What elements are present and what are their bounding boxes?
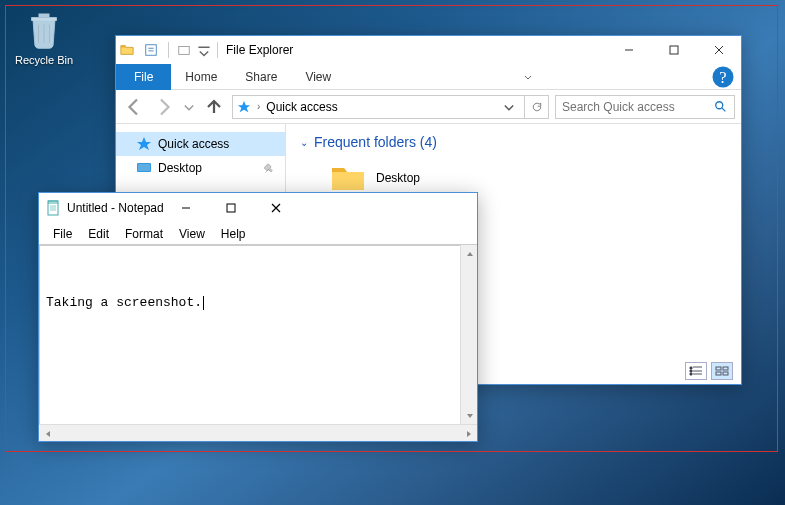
nav-item-quick-access[interactable]: Quick access — [116, 132, 285, 156]
svg-point-5 — [716, 101, 723, 108]
scroll-up-button[interactable] — [461, 245, 478, 262]
close-button[interactable] — [254, 194, 299, 222]
folder-icon — [116, 39, 138, 61]
scroll-down-button[interactable] — [461, 407, 478, 424]
close-button[interactable] — [696, 36, 741, 64]
folder-item-desktop[interactable]: Desktop — [300, 160, 727, 196]
search-icon[interactable] — [714, 100, 728, 114]
nav-item-desktop[interactable]: Desktop — [116, 156, 285, 180]
explorer-titlebar[interactable]: File Explorer — [116, 36, 741, 64]
horizontal-scrollbar[interactable] — [39, 424, 477, 441]
recycle-bin-icon — [22, 8, 66, 52]
recent-locations-button[interactable] — [182, 95, 196, 119]
pin-icon[interactable] — [264, 163, 275, 174]
menu-format[interactable]: Format — [117, 227, 171, 241]
desktop-icon — [136, 160, 152, 176]
section-title: Frequent folders (4) — [314, 134, 437, 150]
scroll-left-button[interactable] — [39, 425, 56, 442]
editor-content: Taking a screenshot. — [46, 295, 202, 310]
folder-label: Desktop — [376, 171, 420, 185]
help-button[interactable]: ? — [711, 65, 735, 89]
notepad-titlebar[interactable]: Untitled - Notepad — [39, 193, 477, 223]
view-toggle — [685, 362, 733, 380]
quick-access-icon — [136, 136, 152, 152]
ribbon-expand-icon[interactable] — [519, 72, 537, 82]
breadcrumb-chevron-icon[interactable]: › — [255, 101, 262, 112]
vertical-scrollbar[interactable] — [460, 245, 477, 424]
ribbon-tabs: File Home Share View ? — [116, 64, 741, 90]
nav-item-label: Desktop — [158, 161, 202, 175]
section-header[interactable]: ⌄ Frequent folders (4) — [300, 134, 727, 150]
chevron-down-icon[interactable]: ⌄ — [300, 137, 308, 148]
address-bar[interactable]: › Quick access — [232, 95, 525, 119]
svg-rect-13 — [227, 204, 235, 212]
qat-separator — [168, 42, 169, 58]
notepad-icon — [45, 200, 61, 216]
breadcrumb-location[interactable]: Quick access — [262, 100, 341, 114]
svg-rect-7 — [138, 164, 150, 171]
svg-rect-10 — [716, 372, 721, 375]
qat-dropdown-icon[interactable] — [197, 39, 211, 61]
back-button[interactable] — [122, 95, 146, 119]
minimize-button[interactable] — [164, 194, 209, 222]
scroll-right-button[interactable] — [460, 425, 477, 442]
forward-button[interactable] — [152, 95, 176, 119]
maximize-button[interactable] — [651, 36, 696, 64]
maximize-button[interactable] — [209, 194, 254, 222]
tab-file[interactable]: File — [116, 64, 171, 90]
minimize-button[interactable] — [606, 36, 651, 64]
text-area[interactable]: Taking a screenshot. — [39, 245, 460, 424]
tiles-view-button[interactable] — [711, 362, 733, 380]
address-dropdown-icon[interactable] — [502, 100, 520, 114]
svg-text:?: ? — [719, 68, 726, 87]
window-title: File Explorer — [226, 43, 293, 57]
tab-share[interactable]: Share — [231, 64, 291, 90]
notepad-menu: File Edit Format View Help — [39, 223, 477, 245]
quick-access-icon — [237, 100, 255, 114]
search-box[interactable] — [555, 95, 735, 119]
window-title: Untitled - Notepad — [67, 201, 164, 215]
menu-edit[interactable]: Edit — [80, 227, 117, 241]
search-input[interactable] — [562, 100, 714, 114]
qat-properties-icon[interactable] — [140, 39, 162, 61]
desktop-icon-label: Recycle Bin — [8, 54, 80, 66]
nav-item-label: Quick access — [158, 137, 229, 151]
svg-rect-11 — [723, 372, 728, 375]
menu-help[interactable]: Help — [213, 227, 254, 241]
desktop-icon-recycle-bin[interactable]: Recycle Bin — [8, 8, 80, 66]
tab-view[interactable]: View — [291, 64, 345, 90]
svg-rect-1 — [179, 47, 190, 55]
menu-view[interactable]: View — [171, 227, 213, 241]
svg-rect-0 — [146, 45, 157, 56]
svg-rect-2 — [670, 46, 678, 54]
qat-new-folder-icon[interactable] — [173, 39, 195, 61]
text-cursor — [203, 296, 204, 310]
tab-home[interactable]: Home — [171, 64, 231, 90]
up-button[interactable] — [202, 95, 226, 119]
address-bar-row: › Quick access — [116, 90, 741, 124]
menu-file[interactable]: File — [45, 227, 80, 241]
notepad-window: Untitled - Notepad File Edit Format View… — [38, 192, 478, 442]
folder-icon — [330, 160, 366, 196]
details-view-button[interactable] — [685, 362, 707, 380]
svg-rect-9 — [723, 367, 728, 370]
notepad-body: Taking a screenshot. — [39, 245, 477, 441]
qat-separator — [217, 42, 218, 58]
svg-rect-8 — [716, 367, 721, 370]
refresh-button[interactable] — [525, 95, 549, 119]
